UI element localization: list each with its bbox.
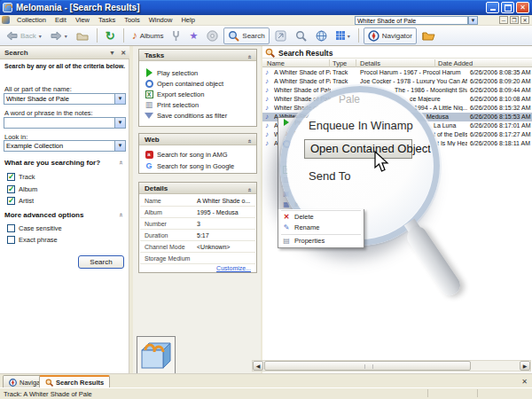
menu-tasks[interactable]: Tasks	[94, 15, 120, 26]
quick-search-dropdown[interactable]: ▼	[468, 16, 478, 25]
toolbar-separator	[123, 28, 124, 43]
checkbox-label: Artist	[19, 197, 34, 205]
back-button[interactable]: Back ▾	[3, 29, 45, 43]
lookin-combo[interactable]: ▼	[4, 140, 126, 152]
close-button[interactable]: ✕	[516, 2, 529, 13]
task-open-contained-object[interactable]: Open contained object	[145, 79, 223, 88]
album-checkbox[interactable]	[7, 185, 15, 193]
details-box-title: Details	[145, 184, 168, 192]
discs-button[interactable]	[203, 28, 222, 43]
horizontal-scrollbar[interactable]: ◀ ▶	[252, 360, 531, 372]
search-submit-button[interactable]: Search	[78, 255, 124, 269]
refresh-button[interactable]: ↻	[102, 28, 119, 43]
search-intro-text: Search by any or all of the criteria bel…	[4, 63, 125, 69]
scroll-left-button[interactable]: ◀	[253, 361, 263, 371]
result-row[interactable]: ♪ Whiter Shade of Pale The - 1986 - Moon…	[262, 86, 532, 95]
name-filter-combo[interactable]: ▼	[4, 93, 126, 105]
magnified-item-fragment: y	[305, 105, 311, 118]
scroll-right-button[interactable]: ▶	[520, 361, 530, 371]
results-title: Search Results	[265, 48, 332, 58]
statusbar-divider	[427, 389, 428, 397]
chevron-down-icon[interactable]: ▼	[114, 118, 125, 128]
tab-search-results[interactable]: Search Results	[39, 375, 110, 388]
collapse-chevron-icon[interactable]: «	[116, 160, 124, 164]
case-sensitive-row[interactable]: Case sensitive	[7, 224, 62, 232]
magnified-menu-item-send-to[interactable]: Send To	[309, 169, 350, 183]
collection-box-icon[interactable]	[137, 337, 175, 374]
back-dropdown-icon[interactable]: ▾	[39, 33, 42, 39]
notes-filter-combo[interactable]: ▼	[4, 117, 126, 129]
menu-item-delete[interactable]: ✕ Delete	[279, 212, 363, 223]
column-separator[interactable]	[329, 59, 330, 67]
column-details[interactable]: Details	[360, 59, 380, 67]
export-view-button[interactable]	[271, 28, 290, 43]
magnified-menu-item-enqueue[interactable]: Enqueue In Winamp	[309, 119, 413, 132]
menu-tools[interactable]: Tools	[120, 15, 145, 26]
task-print-selection[interactable]: ▥ Print selection	[145, 100, 199, 109]
zoom-button[interactable]	[292, 28, 310, 43]
notes-filter-label: A word or phrase in the notes:	[4, 109, 93, 117]
menu-item-properties[interactable]: ▤ Properties	[279, 236, 363, 246]
web-search-button[interactable]	[312, 28, 331, 43]
collapse-chevron-icon[interactable]: «	[243, 139, 254, 143]
view-mode-dropdown-icon[interactable]: ▾	[348, 33, 350, 39]
magnified-menu-item-open-contained-object[interactable]: Open Contained Object	[304, 139, 412, 159]
lookin-input[interactable]	[4, 141, 114, 151]
open-collection-button[interactable]	[419, 28, 439, 43]
artist-checkbox[interactable]	[7, 197, 15, 205]
notes-filter-input[interactable]	[4, 118, 114, 128]
search-button[interactable]: Search	[223, 27, 269, 44]
case-sensitive-checkbox[interactable]	[7, 224, 15, 232]
column-separator[interactable]	[434, 59, 435, 67]
chevron-down-icon[interactable]: ▼	[114, 94, 125, 104]
menu-edit[interactable]: Edit	[51, 15, 71, 26]
artist-checkbox-row[interactable]: Artist	[7, 197, 34, 205]
exact-phrase-checkbox[interactable]	[7, 236, 15, 244]
task-play-selection[interactable]: Play selection	[145, 68, 198, 77]
navigator-button[interactable]: Navigator	[364, 27, 417, 44]
collapse-chevron-icon[interactable]: «	[116, 213, 124, 216]
collapse-chevron-icon[interactable]: «	[243, 188, 254, 192]
mdi-minimize-button[interactable]: ─	[499, 16, 508, 24]
menu-item-rename[interactable]: ✎ Rename	[279, 223, 363, 233]
tab-close-icon[interactable]: ✕	[521, 378, 528, 386]
mdi-restore-button[interactable]: ❒	[510, 16, 519, 24]
column-name[interactable]: Name	[267, 59, 285, 67]
minimize-button[interactable]	[486, 2, 499, 13]
column-type[interactable]: Type	[332, 59, 347, 67]
track-checkbox-row[interactable]: Track	[7, 173, 35, 181]
task-save-conditions[interactable]: Save conditions as filter	[145, 111, 227, 120]
forward-button[interactable]: ▾	[47, 29, 71, 43]
scrollbar-thumb[interactable]	[264, 361, 471, 371]
column-date-added[interactable]: Date Added	[438, 59, 473, 67]
result-row[interactable]: ♪ A Whiter Shade of Pale Track Joe Cocke…	[262, 77, 532, 86]
result-row[interactable]: ♪ A Whiter Shade of Pale ... Track Proco…	[262, 68, 532, 77]
track-checkbox[interactable]	[7, 173, 15, 181]
menu-view[interactable]: View	[71, 15, 94, 26]
forward-dropdown-icon[interactable]: ▾	[65, 33, 67, 39]
panel-dropdown-icon[interactable]: ▼	[109, 49, 115, 57]
artists-button[interactable]	[168, 28, 184, 43]
quick-search-combo[interactable]	[355, 16, 468, 25]
customize-link[interactable]: Customize...	[216, 265, 251, 271]
exact-phrase-row[interactable]: Exact phrase	[7, 236, 58, 244]
up-folder-button[interactable]	[73, 29, 92, 43]
web-search-amg[interactable]: a Search for song in AMG	[145, 150, 228, 159]
menu-help[interactable]: Help	[176, 15, 199, 26]
panel-close-icon[interactable]: ✕	[121, 49, 126, 57]
name-filter-input[interactable]	[4, 94, 114, 104]
task-export-selection[interactable]: X Export selection	[145, 90, 204, 98]
mdi-close-button[interactable]: ✕	[520, 16, 529, 24]
restore-button[interactable]	[501, 2, 514, 13]
web-search-google[interactable]: G Search for song in Google	[145, 161, 234, 170]
menu-window[interactable]: Window	[145, 15, 177, 26]
menu-collection[interactable]: Collection	[12, 15, 51, 26]
album-checkbox-row[interactable]: Album	[7, 185, 37, 193]
collapse-chevron-icon[interactable]: «	[243, 55, 254, 59]
favorites-button[interactable]: ★	[185, 29, 201, 43]
checkbox-label: Track	[19, 173, 35, 181]
column-separator[interactable]	[356, 59, 356, 67]
view-mode-button[interactable]: ▾	[332, 29, 354, 42]
albums-button[interactable]: ♪ Albums	[129, 28, 168, 43]
chevron-down-icon[interactable]: ▼	[114, 141, 125, 151]
